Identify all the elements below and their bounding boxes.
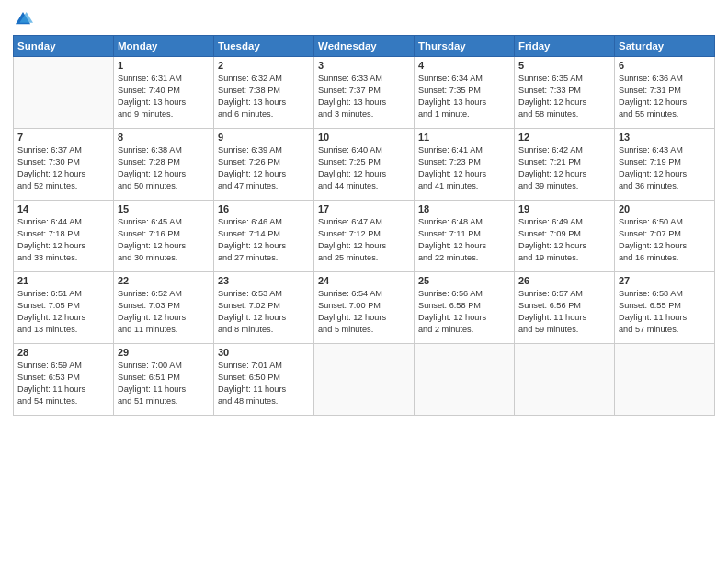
calendar-cell [415,344,515,416]
day-info: Sunrise: 6:53 AM Sunset: 7:02 PM Dayligh… [218,288,310,336]
day-number: 19 [518,203,610,214]
day-number: 15 [118,203,210,214]
calendar-cell: 8Sunrise: 6:38 AM Sunset: 7:28 PM Daylig… [114,129,214,201]
day-info: Sunrise: 6:38 AM Sunset: 7:28 PM Dayligh… [118,144,210,192]
day-number: 11 [418,132,510,143]
day-number: 8 [118,132,210,143]
day-info: Sunrise: 6:50 AM Sunset: 7:07 PM Dayligh… [619,216,711,264]
day-info: Sunrise: 6:35 AM Sunset: 7:33 PM Dayligh… [518,73,610,121]
day-number: 24 [318,275,410,286]
day-number: 16 [218,203,310,214]
calendar-cell: 28Sunrise: 6:59 AM Sunset: 6:53 PM Dayli… [14,344,114,416]
day-number: 26 [518,275,610,286]
day-info: Sunrise: 6:31 AM Sunset: 7:40 PM Dayligh… [118,73,210,121]
calendar-cell: 24Sunrise: 6:54 AM Sunset: 7:00 PM Dayli… [314,272,415,344]
calendar-cell: 11Sunrise: 6:41 AM Sunset: 7:23 PM Dayli… [415,129,515,201]
calendar-cell: 4Sunrise: 6:34 AM Sunset: 7:35 PM Daylig… [415,57,515,129]
day-info: Sunrise: 6:42 AM Sunset: 7:21 PM Dayligh… [518,144,610,192]
day-info: Sunrise: 6:37 AM Sunset: 7:30 PM Dayligh… [17,144,109,192]
calendar-cell [314,344,415,416]
day-number: 30 [218,347,310,358]
calendar-cell: 23Sunrise: 6:53 AM Sunset: 7:02 PM Dayli… [214,272,314,344]
day-number: 4 [418,60,510,71]
calendar-cell: 14Sunrise: 6:44 AM Sunset: 7:18 PM Dayli… [14,201,114,272]
day-number: 12 [518,132,610,143]
calendar-cell [615,344,715,416]
day-info: Sunrise: 6:58 AM Sunset: 6:55 PM Dayligh… [619,288,711,336]
day-info: Sunrise: 6:34 AM Sunset: 7:35 PM Dayligh… [418,73,510,121]
day-info: Sunrise: 6:51 AM Sunset: 7:05 PM Dayligh… [17,288,109,336]
day-info: Sunrise: 6:39 AM Sunset: 7:26 PM Dayligh… [218,144,310,192]
calendar-cell: 6Sunrise: 6:36 AM Sunset: 7:31 PM Daylig… [615,57,715,129]
calendar-cell: 9Sunrise: 6:39 AM Sunset: 7:26 PM Daylig… [214,129,314,201]
day-info: Sunrise: 7:00 AM Sunset: 6:51 PM Dayligh… [118,360,210,408]
day-info: Sunrise: 6:32 AM Sunset: 7:38 PM Dayligh… [218,73,310,121]
day-info: Sunrise: 6:43 AM Sunset: 7:19 PM Dayligh… [619,144,711,192]
day-info: Sunrise: 6:59 AM Sunset: 6:53 PM Dayligh… [17,360,109,408]
day-info: Sunrise: 6:49 AM Sunset: 7:09 PM Dayligh… [518,216,610,264]
calendar-cell: 2Sunrise: 6:32 AM Sunset: 7:38 PM Daylig… [214,57,314,129]
day-info: Sunrise: 6:44 AM Sunset: 7:18 PM Dayligh… [17,216,109,264]
day-number: 1 [118,60,210,71]
day-number: 18 [418,203,510,214]
calendar-cell: 13Sunrise: 6:43 AM Sunset: 7:19 PM Dayli… [615,129,715,201]
calendar-cell: 29Sunrise: 7:00 AM Sunset: 6:51 PM Dayli… [114,344,214,416]
col-header-monday: Monday [114,36,214,57]
col-header-friday: Friday [515,36,615,57]
day-info: Sunrise: 6:46 AM Sunset: 7:14 PM Dayligh… [218,216,310,264]
day-info: Sunrise: 6:47 AM Sunset: 7:12 PM Dayligh… [318,216,410,264]
day-info: Sunrise: 6:57 AM Sunset: 6:56 PM Dayligh… [518,288,610,336]
day-number: 2 [218,60,310,71]
calendar-cell: 26Sunrise: 6:57 AM Sunset: 6:56 PM Dayli… [515,272,615,344]
calendar-cell: 30Sunrise: 7:01 AM Sunset: 6:50 PM Dayli… [214,344,314,416]
day-number: 29 [118,347,210,358]
col-header-sunday: Sunday [14,36,114,57]
day-number: 9 [218,132,310,143]
calendar-cell [14,57,114,129]
calendar-cell: 20Sunrise: 6:50 AM Sunset: 7:07 PM Dayli… [615,201,715,272]
day-number: 3 [318,60,410,71]
day-number: 7 [17,132,109,143]
day-info: Sunrise: 6:36 AM Sunset: 7:31 PM Dayligh… [619,73,711,121]
calendar-table: SundayMondayTuesdayWednesdayThursdayFrid… [13,35,715,416]
calendar-cell: 3Sunrise: 6:33 AM Sunset: 7:37 PM Daylig… [314,57,415,129]
col-header-thursday: Thursday [415,36,515,57]
day-number: 28 [17,347,109,358]
col-header-saturday: Saturday [615,36,715,57]
day-number: 14 [17,203,109,214]
day-info: Sunrise: 6:41 AM Sunset: 7:23 PM Dayligh… [418,144,510,192]
day-number: 25 [418,275,510,286]
day-info: Sunrise: 6:33 AM Sunset: 7:37 PM Dayligh… [318,73,410,121]
calendar-cell: 7Sunrise: 6:37 AM Sunset: 7:30 PM Daylig… [14,129,114,201]
day-number: 17 [318,203,410,214]
calendar-cell: 19Sunrise: 6:49 AM Sunset: 7:09 PM Dayli… [515,201,615,272]
calendar-cell: 18Sunrise: 6:48 AM Sunset: 7:11 PM Dayli… [415,201,515,272]
calendar-cell: 10Sunrise: 6:40 AM Sunset: 7:25 PM Dayli… [314,129,415,201]
calendar-cell: 27Sunrise: 6:58 AM Sunset: 6:55 PM Dayli… [615,272,715,344]
calendar-cell [515,344,615,416]
day-number: 13 [619,132,711,143]
day-number: 6 [619,60,711,71]
day-info: Sunrise: 6:45 AM Sunset: 7:16 PM Dayligh… [118,216,210,264]
day-info: Sunrise: 6:48 AM Sunset: 7:11 PM Dayligh… [418,216,510,264]
day-number: 22 [118,275,210,286]
day-number: 20 [619,203,711,214]
calendar-cell: 25Sunrise: 6:56 AM Sunset: 6:58 PM Dayli… [415,272,515,344]
day-number: 10 [318,132,410,143]
calendar-cell: 17Sunrise: 6:47 AM Sunset: 7:12 PM Dayli… [314,201,415,272]
calendar-cell: 1Sunrise: 6:31 AM Sunset: 7:40 PM Daylig… [114,57,214,129]
day-number: 23 [218,275,310,286]
day-number: 5 [518,60,610,71]
logo [13,9,35,29]
day-info: Sunrise: 6:54 AM Sunset: 7:00 PM Dayligh… [318,288,410,336]
day-number: 27 [619,275,711,286]
calendar-cell: 5Sunrise: 6:35 AM Sunset: 7:33 PM Daylig… [515,57,615,129]
day-info: Sunrise: 6:40 AM Sunset: 7:25 PM Dayligh… [318,144,410,192]
day-info: Sunrise: 7:01 AM Sunset: 6:50 PM Dayligh… [218,360,310,408]
calendar-cell: 12Sunrise: 6:42 AM Sunset: 7:21 PM Dayli… [515,129,615,201]
calendar-cell: 16Sunrise: 6:46 AM Sunset: 7:14 PM Dayli… [214,201,314,272]
day-info: Sunrise: 6:52 AM Sunset: 7:03 PM Dayligh… [118,288,210,336]
calendar-cell: 15Sunrise: 6:45 AM Sunset: 7:16 PM Dayli… [114,201,214,272]
col-header-wednesday: Wednesday [314,36,415,57]
logo-icon [13,9,33,29]
